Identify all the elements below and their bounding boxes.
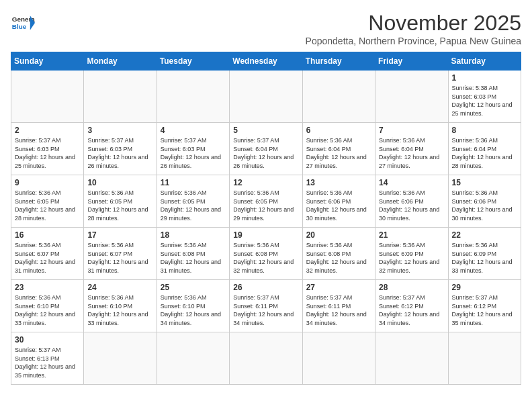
calendar-week-1: 1Sunrise: 5:38 AM Sunset: 6:03 PM Daylig… bbox=[11, 71, 521, 123]
day-info: Sunrise: 5:37 AM Sunset: 6:11 PM Dayligh… bbox=[233, 293, 298, 327]
day-info: Sunrise: 5:36 AM Sunset: 6:10 PM Dayligh… bbox=[15, 293, 80, 327]
calendar-cell: 25Sunrise: 5:36 AM Sunset: 6:10 PM Dayli… bbox=[157, 280, 229, 332]
day-info: Sunrise: 5:37 AM Sunset: 6:12 PM Dayligh… bbox=[379, 293, 444, 327]
calendar-week-4: 16Sunrise: 5:36 AM Sunset: 6:07 PM Dayli… bbox=[11, 228, 521, 280]
day-info: Sunrise: 5:37 AM Sunset: 6:03 PM Dayligh… bbox=[161, 136, 226, 170]
day-info: Sunrise: 5:36 AM Sunset: 6:10 PM Dayligh… bbox=[87, 293, 152, 327]
day-number: 7 bbox=[379, 126, 444, 135]
calendar-cell: 8Sunrise: 5:36 AM Sunset: 6:04 PM Daylig… bbox=[448, 123, 521, 175]
day-info: Sunrise: 5:36 AM Sunset: 6:09 PM Dayligh… bbox=[452, 241, 517, 275]
calendar-cell: 17Sunrise: 5:36 AM Sunset: 6:07 PM Dayli… bbox=[84, 228, 157, 280]
calendar-table: SundayMondayTuesdayWednesdayThursdayFrid… bbox=[11, 52, 521, 385]
calendar-cell: 28Sunrise: 5:37 AM Sunset: 6:12 PM Dayli… bbox=[375, 280, 448, 332]
day-number: 29 bbox=[452, 283, 517, 292]
day-number: 15 bbox=[452, 178, 517, 187]
day-info: Sunrise: 5:36 AM Sunset: 6:07 PM Dayligh… bbox=[87, 241, 152, 275]
day-number: 21 bbox=[379, 230, 444, 240]
calendar-cell: 19Sunrise: 5:36 AM Sunset: 6:08 PM Dayli… bbox=[230, 228, 302, 280]
day-info: Sunrise: 5:36 AM Sunset: 6:08 PM Dayligh… bbox=[306, 241, 371, 275]
calendar-cell: 14Sunrise: 5:36 AM Sunset: 6:06 PM Dayli… bbox=[375, 175, 448, 228]
day-info: Sunrise: 5:36 AM Sunset: 6:08 PM Dayligh… bbox=[161, 241, 226, 275]
day-info: Sunrise: 5:36 AM Sunset: 6:10 PM Dayligh… bbox=[161, 293, 226, 327]
day-info: Sunrise: 5:36 AM Sunset: 6:05 PM Dayligh… bbox=[15, 189, 80, 222]
day-number: 20 bbox=[306, 230, 371, 240]
calendar-week-3: 9Sunrise: 5:36 AM Sunset: 6:05 PM Daylig… bbox=[11, 175, 521, 228]
day-number: 3 bbox=[87, 126, 152, 135]
day-info: Sunrise: 5:36 AM Sunset: 6:06 PM Dayligh… bbox=[306, 189, 371, 222]
calendar-cell: 9Sunrise: 5:36 AM Sunset: 6:05 PM Daylig… bbox=[11, 175, 84, 228]
calendar-cell: 2Sunrise: 5:37 AM Sunset: 6:03 PM Daylig… bbox=[11, 123, 84, 175]
calendar-week-5: 23Sunrise: 5:36 AM Sunset: 6:10 PM Dayli… bbox=[11, 280, 521, 332]
calendar-cell bbox=[448, 332, 521, 385]
calendar-cell: 1Sunrise: 5:38 AM Sunset: 6:03 PM Daylig… bbox=[448, 71, 521, 123]
calendar-cell bbox=[375, 71, 448, 123]
day-number: 19 bbox=[233, 230, 298, 240]
day-number: 23 bbox=[15, 283, 80, 292]
day-info: Sunrise: 5:36 AM Sunset: 6:07 PM Dayligh… bbox=[15, 241, 80, 275]
day-number: 6 bbox=[306, 126, 371, 135]
svg-text:Blue: Blue bbox=[12, 23, 27, 30]
day-info: Sunrise: 5:36 AM Sunset: 6:09 PM Dayligh… bbox=[379, 241, 444, 275]
calendar-cell bbox=[84, 71, 157, 123]
calendar-cell: 23Sunrise: 5:36 AM Sunset: 6:10 PM Dayli… bbox=[11, 280, 84, 332]
day-number: 24 bbox=[87, 283, 152, 292]
day-number: 30 bbox=[15, 335, 80, 345]
calendar-cell: 7Sunrise: 5:36 AM Sunset: 6:04 PM Daylig… bbox=[375, 123, 448, 175]
calendar-cell: 5Sunrise: 5:37 AM Sunset: 6:04 PM Daylig… bbox=[230, 123, 302, 175]
calendar-header-row: SundayMondayTuesdayWednesdayThursdayFrid… bbox=[11, 52, 521, 71]
col-header-thursday: Thursday bbox=[302, 52, 375, 71]
col-header-sunday: Sunday bbox=[11, 52, 84, 71]
day-info: Sunrise: 5:37 AM Sunset: 6:03 PM Dayligh… bbox=[15, 136, 80, 170]
calendar-cell bbox=[302, 332, 375, 385]
day-info: Sunrise: 5:36 AM Sunset: 6:04 PM Dayligh… bbox=[379, 136, 444, 170]
day-info: Sunrise: 5:36 AM Sunset: 6:08 PM Dayligh… bbox=[233, 241, 298, 275]
day-number: 22 bbox=[452, 230, 517, 240]
calendar-cell: 4Sunrise: 5:37 AM Sunset: 6:03 PM Daylig… bbox=[157, 123, 229, 175]
calendar-cell bbox=[84, 332, 157, 385]
day-info: Sunrise: 5:38 AM Sunset: 6:03 PM Dayligh… bbox=[452, 84, 517, 118]
calendar-cell: 12Sunrise: 5:36 AM Sunset: 6:05 PM Dayli… bbox=[230, 175, 302, 228]
calendar-cell bbox=[11, 71, 84, 123]
calendar-cell bbox=[157, 332, 229, 385]
day-number: 1 bbox=[452, 73, 517, 83]
day-info: Sunrise: 5:36 AM Sunset: 6:05 PM Dayligh… bbox=[87, 189, 152, 222]
day-number: 25 bbox=[161, 283, 226, 292]
day-number: 16 bbox=[15, 230, 80, 240]
calendar-cell bbox=[157, 71, 229, 123]
title-section: November 2025 Popondetta, Northern Provi… bbox=[306, 11, 521, 46]
calendar-cell: 22Sunrise: 5:36 AM Sunset: 6:09 PM Dayli… bbox=[448, 228, 521, 280]
calendar-cell: 26Sunrise: 5:37 AM Sunset: 6:11 PM Dayli… bbox=[230, 280, 302, 332]
day-number: 11 bbox=[161, 178, 226, 187]
col-header-tuesday: Tuesday bbox=[157, 52, 229, 71]
calendar-cell bbox=[375, 332, 448, 385]
day-number: 28 bbox=[379, 283, 444, 292]
day-info: Sunrise: 5:36 AM Sunset: 6:05 PM Dayligh… bbox=[161, 189, 226, 222]
calendar-cell bbox=[302, 71, 375, 123]
calendar-cell: 18Sunrise: 5:36 AM Sunset: 6:08 PM Dayli… bbox=[157, 228, 229, 280]
calendar-cell: 11Sunrise: 5:36 AM Sunset: 6:05 PM Dayli… bbox=[157, 175, 229, 228]
calendar-cell: 16Sunrise: 5:36 AM Sunset: 6:07 PM Dayli… bbox=[11, 228, 84, 280]
day-number: 27 bbox=[306, 283, 371, 292]
day-number: 14 bbox=[379, 178, 444, 187]
day-number: 17 bbox=[87, 230, 152, 240]
day-number: 8 bbox=[452, 126, 517, 135]
calendar-cell: 30Sunrise: 5:37 AM Sunset: 6:13 PM Dayli… bbox=[11, 332, 84, 385]
day-number: 18 bbox=[161, 230, 226, 240]
calendar-cell: 27Sunrise: 5:37 AM Sunset: 6:11 PM Dayli… bbox=[302, 280, 375, 332]
calendar-cell: 15Sunrise: 5:36 AM Sunset: 6:06 PM Dayli… bbox=[448, 175, 521, 228]
day-info: Sunrise: 5:37 AM Sunset: 6:12 PM Dayligh… bbox=[452, 293, 517, 327]
calendar-week-6: 30Sunrise: 5:37 AM Sunset: 6:13 PM Dayli… bbox=[11, 332, 521, 385]
day-info: Sunrise: 5:37 AM Sunset: 6:13 PM Dayligh… bbox=[15, 346, 80, 379]
page-header: General Blue November 2025 Popondetta, N… bbox=[11, 11, 521, 46]
logo-icon: General Blue bbox=[11, 11, 35, 35]
month-title: November 2025 bbox=[306, 11, 521, 36]
calendar-cell: 10Sunrise: 5:36 AM Sunset: 6:05 PM Dayli… bbox=[84, 175, 157, 228]
location: Popondetta, Northern Province, Papua New… bbox=[306, 36, 521, 46]
calendar-cell: 24Sunrise: 5:36 AM Sunset: 6:10 PM Dayli… bbox=[84, 280, 157, 332]
col-header-saturday: Saturday bbox=[448, 52, 521, 71]
calendar-cell bbox=[230, 332, 302, 385]
col-header-wednesday: Wednesday bbox=[230, 52, 302, 71]
col-header-monday: Monday bbox=[84, 52, 157, 71]
calendar-cell: 21Sunrise: 5:36 AM Sunset: 6:09 PM Dayli… bbox=[375, 228, 448, 280]
day-info: Sunrise: 5:36 AM Sunset: 6:06 PM Dayligh… bbox=[379, 189, 444, 222]
